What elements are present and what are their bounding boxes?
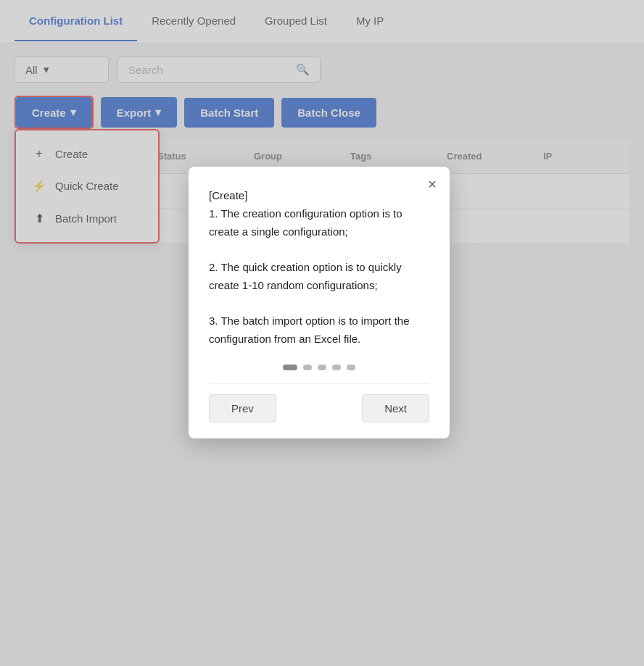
main-container: Configuration List Recently Opened Group…	[0, 0, 644, 666]
dot-4	[332, 365, 341, 370]
modal-close-button[interactable]: ×	[428, 177, 437, 191]
modal-text: [Create] 1. The creation configuration o…	[209, 187, 429, 349]
prev-button[interactable]: Prev	[209, 394, 276, 423]
modal-pagination-dots	[209, 365, 429, 370]
help-modal: × [Create] 1. The creation configuration…	[189, 167, 450, 438]
dot-5	[347, 365, 355, 370]
dot-1	[283, 365, 297, 370]
next-button[interactable]: Next	[362, 394, 429, 423]
dot-3	[318, 365, 326, 370]
modal-body: [Create] 1. The creation configuration o…	[209, 187, 429, 349]
dot-2	[303, 365, 312, 370]
modal-footer: Prev Next	[209, 383, 429, 423]
